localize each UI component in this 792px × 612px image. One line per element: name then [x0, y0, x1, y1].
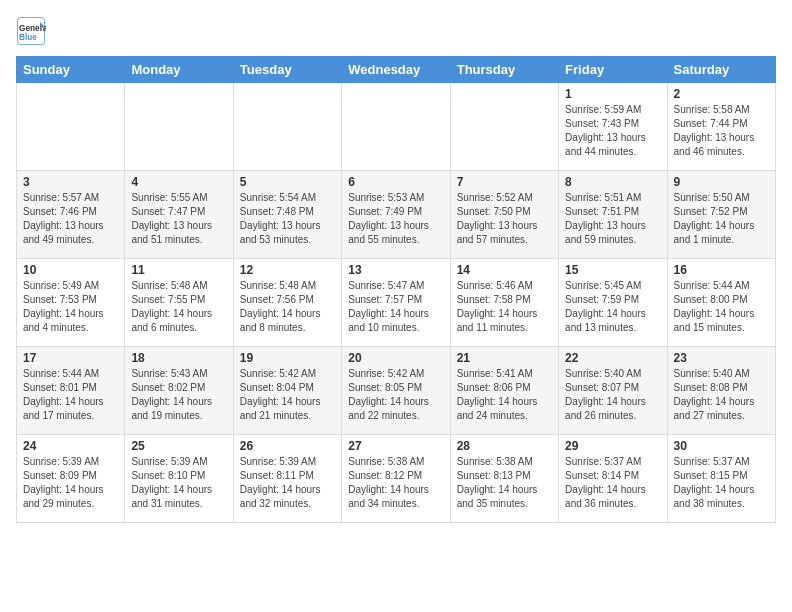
calendar-cell: 27Sunrise: 5:38 AM Sunset: 8:12 PM Dayli…: [342, 435, 450, 523]
day-header-thursday: Thursday: [450, 57, 558, 83]
calendar-cell: 17Sunrise: 5:44 AM Sunset: 8:01 PM Dayli…: [17, 347, 125, 435]
calendar-cell: 20Sunrise: 5:42 AM Sunset: 8:05 PM Dayli…: [342, 347, 450, 435]
calendar-cell: 3Sunrise: 5:57 AM Sunset: 7:46 PM Daylig…: [17, 171, 125, 259]
header-row: SundayMondayTuesdayWednesdayThursdayFrid…: [17, 57, 776, 83]
calendar-cell: 30Sunrise: 5:37 AM Sunset: 8:15 PM Dayli…: [667, 435, 775, 523]
day-number: 28: [457, 439, 552, 453]
calendar-cell: 22Sunrise: 5:40 AM Sunset: 8:07 PM Dayli…: [559, 347, 667, 435]
day-header-wednesday: Wednesday: [342, 57, 450, 83]
day-info: Sunrise: 5:39 AM Sunset: 8:10 PM Dayligh…: [131, 455, 226, 511]
day-number: 5: [240, 175, 335, 189]
calendar-cell: 11Sunrise: 5:48 AM Sunset: 7:55 PM Dayli…: [125, 259, 233, 347]
day-info: Sunrise: 5:54 AM Sunset: 7:48 PM Dayligh…: [240, 191, 335, 247]
day-number: 30: [674, 439, 769, 453]
day-info: Sunrise: 5:49 AM Sunset: 7:53 PM Dayligh…: [23, 279, 118, 335]
day-info: Sunrise: 5:48 AM Sunset: 7:55 PM Dayligh…: [131, 279, 226, 335]
day-info: Sunrise: 5:53 AM Sunset: 7:49 PM Dayligh…: [348, 191, 443, 247]
day-info: Sunrise: 5:38 AM Sunset: 8:13 PM Dayligh…: [457, 455, 552, 511]
calendar-cell: 24Sunrise: 5:39 AM Sunset: 8:09 PM Dayli…: [17, 435, 125, 523]
day-number: 12: [240, 263, 335, 277]
day-info: Sunrise: 5:39 AM Sunset: 8:09 PM Dayligh…: [23, 455, 118, 511]
day-info: Sunrise: 5:50 AM Sunset: 7:52 PM Dayligh…: [674, 191, 769, 247]
svg-text:Blue: Blue: [19, 33, 37, 42]
week-row-2: 3Sunrise: 5:57 AM Sunset: 7:46 PM Daylig…: [17, 171, 776, 259]
week-row-4: 17Sunrise: 5:44 AM Sunset: 8:01 PM Dayli…: [17, 347, 776, 435]
day-info: Sunrise: 5:43 AM Sunset: 8:02 PM Dayligh…: [131, 367, 226, 423]
calendar-table: SundayMondayTuesdayWednesdayThursdayFrid…: [16, 56, 776, 523]
day-header-tuesday: Tuesday: [233, 57, 341, 83]
calendar-cell: [233, 83, 341, 171]
calendar-cell: 1Sunrise: 5:59 AM Sunset: 7:43 PM Daylig…: [559, 83, 667, 171]
week-row-3: 10Sunrise: 5:49 AM Sunset: 7:53 PM Dayli…: [17, 259, 776, 347]
day-number: 26: [240, 439, 335, 453]
day-info: Sunrise: 5:42 AM Sunset: 8:05 PM Dayligh…: [348, 367, 443, 423]
calendar-cell: [450, 83, 558, 171]
day-number: 9: [674, 175, 769, 189]
day-number: 7: [457, 175, 552, 189]
calendar-cell: 2Sunrise: 5:58 AM Sunset: 7:44 PM Daylig…: [667, 83, 775, 171]
calendar-cell: 8Sunrise: 5:51 AM Sunset: 7:51 PM Daylig…: [559, 171, 667, 259]
day-number: 18: [131, 351, 226, 365]
calendar-cell: 16Sunrise: 5:44 AM Sunset: 8:00 PM Dayli…: [667, 259, 775, 347]
day-info: Sunrise: 5:45 AM Sunset: 7:59 PM Dayligh…: [565, 279, 660, 335]
calendar-cell: 13Sunrise: 5:47 AM Sunset: 7:57 PM Dayli…: [342, 259, 450, 347]
day-info: Sunrise: 5:42 AM Sunset: 8:04 PM Dayligh…: [240, 367, 335, 423]
day-info: Sunrise: 5:40 AM Sunset: 8:07 PM Dayligh…: [565, 367, 660, 423]
day-number: 8: [565, 175, 660, 189]
day-header-sunday: Sunday: [17, 57, 125, 83]
calendar-cell: [17, 83, 125, 171]
day-info: Sunrise: 5:58 AM Sunset: 7:44 PM Dayligh…: [674, 103, 769, 159]
day-number: 22: [565, 351, 660, 365]
day-info: Sunrise: 5:37 AM Sunset: 8:15 PM Dayligh…: [674, 455, 769, 511]
day-info: Sunrise: 5:55 AM Sunset: 7:47 PM Dayligh…: [131, 191, 226, 247]
day-number: 27: [348, 439, 443, 453]
calendar-cell: 18Sunrise: 5:43 AM Sunset: 8:02 PM Dayli…: [125, 347, 233, 435]
week-row-1: 1Sunrise: 5:59 AM Sunset: 7:43 PM Daylig…: [17, 83, 776, 171]
day-number: 14: [457, 263, 552, 277]
calendar-cell: 25Sunrise: 5:39 AM Sunset: 8:10 PM Dayli…: [125, 435, 233, 523]
day-number: 2: [674, 87, 769, 101]
day-number: 19: [240, 351, 335, 365]
logo: General Blue: [16, 16, 50, 46]
day-info: Sunrise: 5:44 AM Sunset: 8:01 PM Dayligh…: [23, 367, 118, 423]
day-info: Sunrise: 5:46 AM Sunset: 7:58 PM Dayligh…: [457, 279, 552, 335]
day-info: Sunrise: 5:40 AM Sunset: 8:08 PM Dayligh…: [674, 367, 769, 423]
day-header-friday: Friday: [559, 57, 667, 83]
calendar-cell: 28Sunrise: 5:38 AM Sunset: 8:13 PM Dayli…: [450, 435, 558, 523]
day-number: 21: [457, 351, 552, 365]
calendar-cell: [342, 83, 450, 171]
calendar-cell: 19Sunrise: 5:42 AM Sunset: 8:04 PM Dayli…: [233, 347, 341, 435]
logo-icon: General Blue: [16, 16, 46, 46]
calendar-cell: 7Sunrise: 5:52 AM Sunset: 7:50 PM Daylig…: [450, 171, 558, 259]
calendar-cell: 4Sunrise: 5:55 AM Sunset: 7:47 PM Daylig…: [125, 171, 233, 259]
calendar-cell: 23Sunrise: 5:40 AM Sunset: 8:08 PM Dayli…: [667, 347, 775, 435]
day-info: Sunrise: 5:51 AM Sunset: 7:51 PM Dayligh…: [565, 191, 660, 247]
calendar-cell: 21Sunrise: 5:41 AM Sunset: 8:06 PM Dayli…: [450, 347, 558, 435]
day-info: Sunrise: 5:38 AM Sunset: 8:12 PM Dayligh…: [348, 455, 443, 511]
day-number: 3: [23, 175, 118, 189]
day-number: 15: [565, 263, 660, 277]
day-number: 16: [674, 263, 769, 277]
day-info: Sunrise: 5:41 AM Sunset: 8:06 PM Dayligh…: [457, 367, 552, 423]
calendar-cell: 9Sunrise: 5:50 AM Sunset: 7:52 PM Daylig…: [667, 171, 775, 259]
day-number: 23: [674, 351, 769, 365]
day-info: Sunrise: 5:57 AM Sunset: 7:46 PM Dayligh…: [23, 191, 118, 247]
day-header-saturday: Saturday: [667, 57, 775, 83]
calendar-cell: 6Sunrise: 5:53 AM Sunset: 7:49 PM Daylig…: [342, 171, 450, 259]
calendar-cell: 14Sunrise: 5:46 AM Sunset: 7:58 PM Dayli…: [450, 259, 558, 347]
day-info: Sunrise: 5:52 AM Sunset: 7:50 PM Dayligh…: [457, 191, 552, 247]
calendar-cell: 29Sunrise: 5:37 AM Sunset: 8:14 PM Dayli…: [559, 435, 667, 523]
day-number: 11: [131, 263, 226, 277]
day-info: Sunrise: 5:48 AM Sunset: 7:56 PM Dayligh…: [240, 279, 335, 335]
day-info: Sunrise: 5:44 AM Sunset: 8:00 PM Dayligh…: [674, 279, 769, 335]
calendar-cell: 12Sunrise: 5:48 AM Sunset: 7:56 PM Dayli…: [233, 259, 341, 347]
day-number: 13: [348, 263, 443, 277]
day-info: Sunrise: 5:59 AM Sunset: 7:43 PM Dayligh…: [565, 103, 660, 159]
day-info: Sunrise: 5:47 AM Sunset: 7:57 PM Dayligh…: [348, 279, 443, 335]
calendar-cell: 10Sunrise: 5:49 AM Sunset: 7:53 PM Dayli…: [17, 259, 125, 347]
day-header-monday: Monday: [125, 57, 233, 83]
day-number: 4: [131, 175, 226, 189]
day-number: 25: [131, 439, 226, 453]
day-number: 20: [348, 351, 443, 365]
day-number: 24: [23, 439, 118, 453]
